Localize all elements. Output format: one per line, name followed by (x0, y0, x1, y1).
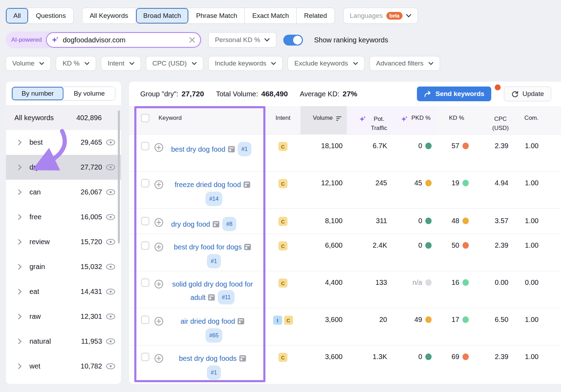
filter-intent[interactable]: Intent (101, 56, 141, 71)
sidebar-scrollbar[interactable] (118, 110, 120, 243)
update-button[interactable]: Update (504, 87, 551, 101)
tab-all-keywords[interactable]: All Keywords (82, 8, 136, 23)
sidebar-group-wet[interactable]: wet 10,782 (6, 354, 121, 379)
search-input[interactable] (63, 36, 186, 44)
keyword-link[interactable]: best dry dog foods (179, 355, 237, 362)
filter-volume[interactable]: Volume (6, 56, 51, 71)
clear-search-icon[interactable] (189, 37, 195, 43)
ranking-position-badge[interactable]: #11 (218, 290, 235, 304)
sidebar-group-raw[interactable]: raw 12,301 (6, 304, 121, 329)
serp-features-icon[interactable] (244, 242, 251, 254)
eye-icon[interactable] (106, 139, 115, 146)
sort-tab-by-number[interactable]: By number (12, 87, 63, 100)
filter-cpc-usd-[interactable]: CPC (USD) (146, 56, 203, 71)
filter-kd-[interactable]: KD % (56, 56, 96, 71)
personal-kd-dropdown[interactable]: Personal KD % (208, 32, 276, 48)
serp-features-icon[interactable] (212, 220, 219, 231)
chevron-right-icon[interactable] (18, 239, 22, 245)
tab-related[interactable]: Related (297, 8, 334, 23)
col-pot-traffic[interactable]: Pot.Traffic (347, 106, 394, 134)
col-pkd[interactable]: PKD % (394, 106, 436, 134)
sidebar-group-grain[interactable]: grain 15,032 (6, 254, 121, 279)
keyword-link[interactable]: best dry dog food (171, 145, 225, 153)
add-keyword-icon[interactable] (154, 317, 163, 326)
ranking-position-badge[interactable]: #1 (238, 142, 252, 156)
eye-icon[interactable] (106, 313, 115, 320)
tab-phrase-match[interactable]: Phrase Match (189, 8, 245, 23)
keyword-link[interactable]: best dry food for dogs (174, 243, 242, 251)
sidebar-group-dry[interactable]: dry 27,720 (6, 155, 121, 180)
chevron-right-icon[interactable] (18, 363, 22, 369)
sort-tab-by-volume[interactable]: By volume (63, 87, 115, 100)
chevron-right-icon[interactable] (18, 164, 22, 170)
chevron-right-icon[interactable] (18, 289, 22, 295)
ranking-position-badge[interactable]: #1 (207, 365, 221, 380)
table-row: best dry food for dogs#1 C 6,600 2.4K 0 … (129, 234, 561, 271)
add-keyword-icon[interactable] (154, 218, 163, 227)
col-kd[interactable]: KD % (436, 106, 475, 134)
sidebar-group-free[interactable]: free 16,005 (6, 205, 121, 229)
chevron-right-icon[interactable] (18, 139, 22, 145)
ranking-position-badge[interactable]: #1 (207, 254, 221, 268)
ranking-position-badge[interactable]: #14 (205, 192, 223, 206)
keyword-link[interactable]: dry dog food (171, 220, 210, 228)
serp-features-icon[interactable] (243, 180, 250, 192)
filter-include-keywords[interactable]: Include keywords (208, 56, 283, 71)
add-keyword-icon[interactable] (154, 354, 163, 363)
serp-features-icon[interactable] (239, 354, 246, 365)
intent-badge-c: C (278, 179, 288, 188)
keyword-link[interactable]: air dried dog food (181, 317, 235, 325)
send-keywords-button[interactable]: Send keywords (417, 87, 491, 101)
chevron-right-icon[interactable] (18, 189, 22, 195)
row-checkbox[interactable] (141, 316, 149, 324)
eye-icon[interactable] (106, 288, 115, 295)
serp-features-icon[interactable] (228, 145, 235, 156)
chevron-right-icon[interactable] (18, 264, 22, 270)
tab-questions[interactable]: Questions (28, 8, 73, 23)
row-checkbox[interactable] (141, 353, 149, 361)
serp-features-icon[interactable] (237, 317, 244, 328)
add-keyword-icon[interactable] (154, 143, 163, 152)
add-keyword-icon[interactable] (154, 280, 163, 289)
keyword-link[interactable]: freeze dried dog food (175, 181, 241, 188)
languages-dropdown[interactable]: Languages beta (343, 8, 418, 24)
sidebar-group-eat[interactable]: eat 14,431 (6, 279, 121, 304)
tab-exact-match[interactable]: Exact Match (245, 8, 297, 23)
filter-exclude-keywords[interactable]: Exclude keywords (288, 56, 364, 71)
ranking-position-badge[interactable]: #8 (222, 217, 236, 231)
sidebar-group-review[interactable]: review 15,720 (6, 229, 121, 254)
sidebar-group-can[interactable]: can 26,067 (6, 180, 121, 205)
tab-broad-match[interactable]: Broad Match (136, 8, 189, 23)
eye-icon[interactable] (106, 189, 115, 195)
ranking-position-badge[interactable]: #65 (205, 328, 223, 343)
tab-all[interactable]: All (6, 8, 28, 23)
add-keyword-icon[interactable] (154, 242, 163, 252)
col-com[interactable]: Com. (513, 106, 545, 134)
row-checkbox[interactable] (141, 241, 149, 250)
eye-icon[interactable] (106, 164, 115, 171)
row-checkbox[interactable] (141, 179, 149, 187)
select-all-checkbox[interactable] (141, 114, 149, 122)
col-volume[interactable]: Volume (300, 106, 347, 134)
serp-features-icon[interactable] (208, 293, 215, 304)
chevron-right-icon[interactable] (18, 338, 22, 344)
chevron-right-icon[interactable] (18, 214, 22, 220)
add-keyword-icon[interactable] (154, 180, 163, 189)
all-keywords-row[interactable]: All keywords 402,896 (6, 106, 121, 130)
row-checkbox[interactable] (141, 142, 149, 150)
row-checkbox[interactable] (141, 278, 149, 287)
col-cpc[interactable]: CPC(USD) (475, 106, 513, 134)
sidebar-group-best[interactable]: best 29,465 (6, 130, 121, 155)
eye-icon[interactable] (106, 214, 115, 220)
filter-advanced-filters[interactable]: Advanced filters (370, 56, 440, 71)
row-checkbox[interactable] (141, 217, 149, 225)
show-ranking-keywords-toggle[interactable] (283, 35, 303, 46)
eye-icon[interactable] (106, 239, 115, 245)
com-cell: 1.00 (513, 345, 545, 382)
sidebar-group-natural[interactable]: natural 11,953 (6, 329, 121, 354)
eye-icon[interactable] (106, 363, 115, 370)
eye-icon[interactable] (106, 263, 115, 270)
eye-icon[interactable] (106, 338, 115, 345)
col-intent[interactable]: Intent (265, 106, 300, 134)
chevron-right-icon[interactable] (18, 314, 22, 319)
